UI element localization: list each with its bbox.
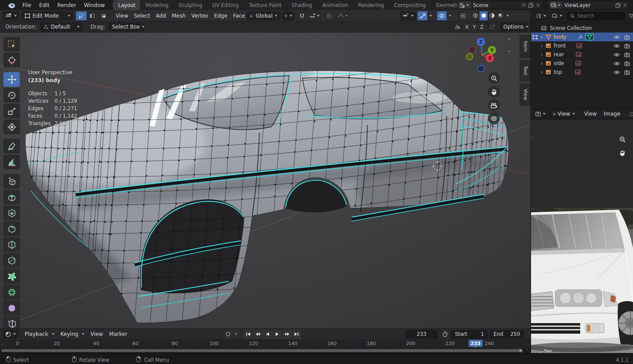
menu-vertex[interactable]: Vertex <box>189 11 211 20</box>
tool-poly-build[interactable] <box>4 269 20 284</box>
tab-sculpting[interactable]: Sculpting <box>174 0 207 10</box>
jump-next-keyframe-button[interactable] <box>282 330 291 339</box>
new-viewlayer-icon[interactable] <box>615 3 621 8</box>
gizmo-neg-z[interactable] <box>478 66 484 72</box>
tool-annotate[interactable] <box>4 139 20 153</box>
playhead[interactable]: 233 <box>469 340 483 347</box>
image-menu-view[interactable]: View <box>582 109 599 118</box>
use-preview-range-button[interactable] <box>440 330 449 339</box>
jump-to-start-button[interactable] <box>244 330 253 339</box>
menu-keying[interactable]: Keying <box>58 330 81 339</box>
sidebar-tab-view[interactable]: View <box>520 84 531 106</box>
zoom-view-button[interactable] <box>488 72 500 84</box>
tool-add-cube[interactable] <box>4 174 20 189</box>
image-editor-type-button[interactable] <box>533 110 548 118</box>
menu-render[interactable]: Render <box>54 1 80 10</box>
tab-compositing[interactable]: Compositing <box>389 0 431 10</box>
shading-dropdown[interactable] <box>505 11 511 20</box>
timeline-ruler[interactable]: 020406080100120140160180200220240 233 › <box>0 339 531 348</box>
editor-type-button[interactable] <box>3 11 19 20</box>
sidebar-tab-tool[interactable]: Tool <box>520 60 531 81</box>
snap-toggle-button[interactable] <box>297 11 307 20</box>
options-dropdown[interactable]: Options <box>500 23 528 31</box>
shading-rendered-button[interactable] <box>496 11 504 20</box>
menu-edit[interactable]: Edit <box>36 1 53 10</box>
gizmo-neg-x[interactable] <box>469 47 476 53</box>
tool-knife[interactable] <box>4 253 20 268</box>
image-editor-mode-dropdown[interactable]: View <box>550 110 578 118</box>
hide-eye-icon[interactable] <box>614 44 620 48</box>
mode-dropdown[interactable]: Edit Mode <box>22 11 73 20</box>
menu-marker[interactable]: Marker <box>106 330 130 339</box>
menu-face[interactable]: Face <box>230 11 247 20</box>
tool-orientation-dropdown[interactable]: Default <box>40 23 83 31</box>
timeline-editor-type-button[interactable] <box>3 330 18 339</box>
tool-select-box[interactable] <box>4 37 20 51</box>
image-menu-image[interactable]: Image <box>601 109 623 118</box>
outliner-display-mode-dropdown[interactable] <box>534 12 548 20</box>
transform-orientation-dropdown[interactable]: Global <box>247 11 280 20</box>
tool-bevel[interactable] <box>4 222 20 236</box>
show-overlays-toggle[interactable] <box>437 11 447 20</box>
tool-cursor[interactable] <box>4 53 20 67</box>
scrollbar-zoom-handle[interactable] <box>519 349 523 353</box>
proportional-falloff-dropdown[interactable] <box>335 11 350 20</box>
frame-end-field[interactable]: End 250 <box>490 330 524 339</box>
outliner-row-rear[interactable]: › rear <box>531 50 633 59</box>
tool-loop-cut[interactable] <box>4 237 20 252</box>
outliner-search-input[interactable]: Search <box>567 12 625 20</box>
show-object-types-dropdown[interactable] <box>400 11 416 20</box>
proportional-edit-button[interactable] <box>324 11 334 20</box>
tab-texture-paint[interactable]: Texture Paint <box>244 0 287 10</box>
menu-mesh[interactable]: Mesh <box>169 11 189 20</box>
xray-toggle[interactable] <box>458 11 468 20</box>
image-panel-expand-icon[interactable]: › <box>531 134 533 138</box>
image-editor-canvas[interactable]: › <box>531 120 633 353</box>
gizmos-dropdown[interactable] <box>428 11 434 20</box>
tool-transform[interactable] <box>4 120 20 134</box>
scene-collection-row[interactable]: Scene Collection <box>531 24 633 33</box>
tab-shading[interactable]: Shading <box>287 0 317 10</box>
drag-dropdown[interactable]: Select Box <box>109 23 144 31</box>
ruler-expand-icon[interactable]: › <box>1 342 3 347</box>
hide-eye-icon[interactable] <box>614 52 620 57</box>
mirror-y-button[interactable]: Y <box>471 23 478 31</box>
disable-render-camera-icon[interactable] <box>624 61 630 66</box>
close-scene-icon[interactable] <box>536 3 540 7</box>
image-zoom-button[interactable] <box>616 133 628 145</box>
play-reverse-button[interactable] <box>263 330 272 339</box>
gizmo-z-axis[interactable]: Z <box>477 38 485 46</box>
expand-icon[interactable]: › <box>541 69 543 75</box>
pin-icon[interactable] <box>521 3 526 7</box>
shading-wireframe-button[interactable] <box>471 11 479 20</box>
gizmo-y-axis[interactable]: Y <box>488 46 496 55</box>
play-button[interactable] <box>273 330 282 339</box>
sidebar-tab-item[interactable]: Item <box>520 35 531 58</box>
tool-smooth[interactable] <box>4 301 20 315</box>
outliner-row-side[interactable]: › side <box>531 59 633 68</box>
tool-extrude-region[interactable] <box>4 190 20 204</box>
viewport-canvas[interactable]: User Perspective (233) body Objects1 / 5… <box>0 33 531 328</box>
blender-logo-icon[interactable] <box>4 2 18 8</box>
jump-prev-keyframe-button[interactable] <box>253 330 262 339</box>
overlays-dropdown[interactable] <box>447 11 453 20</box>
tool-scale[interactable] <box>4 104 20 118</box>
shading-material-button[interactable] <box>488 11 496 20</box>
vertex-select-button[interactable] <box>76 11 87 20</box>
navigation-gizmo[interactable]: Z Y X <box>463 36 503 76</box>
modifier-wrench-icon[interactable] <box>578 34 583 40</box>
tab-rendering[interactable]: Rendering <box>353 0 389 10</box>
show-gizmos-toggle[interactable] <box>418 11 427 20</box>
scene-icon[interactable] <box>458 1 471 9</box>
auto-keyframe-toggle[interactable] <box>223 330 233 339</box>
expand-icon[interactable]: › <box>541 51 543 58</box>
menu-tl-view[interactable]: View <box>88 330 106 339</box>
outliner-row-top[interactable]: › top <box>531 68 633 76</box>
disable-render-camera-icon[interactable] <box>624 35 630 40</box>
menu-add[interactable]: Add <box>153 11 169 20</box>
tool-inset-faces[interactable] <box>4 206 20 220</box>
menu-file[interactable]: File <box>19 1 35 10</box>
timeline-scrollbar[interactable]: ‹ <box>0 348 531 353</box>
menu-playback[interactable]: Playback <box>22 330 51 339</box>
frame-start-field[interactable]: Start 1 <box>451 330 488 339</box>
